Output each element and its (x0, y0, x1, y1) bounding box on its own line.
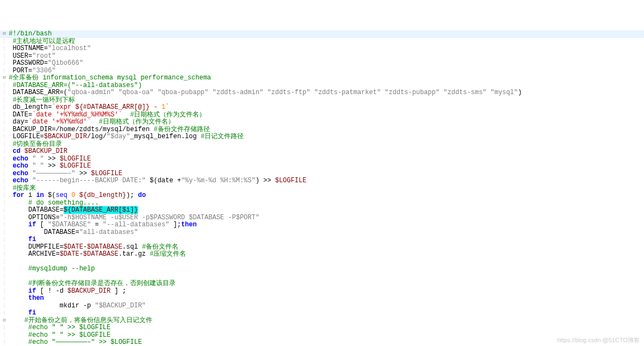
fold-gutter: │ (0, 38, 9, 46)
code-line[interactable]: │ #DATABASE_ARR=("--all-databases") (0, 82, 644, 90)
fold-gutter: │ (0, 214, 9, 222)
code-line[interactable]: │ LOGFILE=$BACKUP_DIR/log/"$day"_mysql_b… (0, 133, 644, 141)
fold-gutter: │ (0, 185, 9, 193)
code-content: DATE=`date '+%Y%m%d_%H%M%S'` #日期格式（作为文件名… (9, 111, 206, 119)
code-content (9, 258, 13, 265)
fold-gutter: │ (0, 207, 9, 214)
fold-gutter: │ (0, 53, 9, 60)
code-line[interactable]: │ #按库来 (0, 185, 644, 193)
code-line[interactable]: │ PASSWORD="Qibo666" (0, 60, 644, 67)
code-content: #全库备份 information_schema mysql performan… (9, 74, 211, 82)
code-content: #!/bin/bash (9, 30, 52, 38)
fold-gutter: │ (0, 236, 9, 244)
code-line[interactable]: │ DATABASE=${DATABASE_ARR[$i]} (0, 207, 644, 214)
code-line[interactable]: │ DATE=`date '+%Y%m%d_%H%M%S'` #日期格式（作为文… (0, 112, 644, 119)
code-content: LOGFILE=$BACKUP_DIR/log/"$day"_mysql_bei… (9, 133, 244, 140)
fold-gutter[interactable]: ⊟ (0, 317, 9, 325)
fold-gutter: │ (0, 258, 9, 266)
code-line[interactable]: │ echo " " >> $LOGFILE (0, 156, 644, 163)
fold-gutter: │ (0, 45, 9, 53)
code-line[interactable]: │ #长度减一循环到下标 (0, 97, 644, 104)
code-content: echo "————————–" >> $LOGFILE (9, 170, 122, 177)
code-content: if [ "$DATABASE" = "--all-databases" ];t… (9, 221, 197, 228)
fold-gutter: │ (0, 119, 9, 126)
code-line[interactable]: ⊟ #开始备份之前，将备份信息头写入日记文件 (0, 317, 644, 325)
code-line[interactable]: │ DUMPFILE=$DATE-$DATABASE.sql #备份文件名 (0, 244, 644, 251)
code-line[interactable]: │ mkdir -p "$BACKUP_DIR" (0, 302, 644, 310)
code-content: BACKUP_DIR=/home/zddts/mysql/beifen #备份文… (9, 126, 210, 133)
code-content: #echo "————————–" >> $LOGFILE (9, 338, 142, 346)
code-line[interactable]: │ for i in $(seq 0 ${db_length}); do (0, 192, 644, 200)
code-content: fi (9, 309, 36, 317)
fold-gutter: │ (0, 156, 9, 163)
fold-gutter[interactable]: ⊟ (0, 75, 9, 82)
code-content: #开始备份之前，将备份信息头写入日记文件 (9, 317, 152, 324)
code-line[interactable]: │ BACKUP_DIR=/home/zddts/mysql/beifen #备… (0, 126, 644, 134)
code-content: cd $BACKUP_DIR (9, 147, 67, 155)
code-line[interactable]: │ echo " " >> $LOGFILE (0, 163, 644, 170)
code-content: echo "------begin----BACKUP DATE:" $(dat… (9, 177, 306, 184)
code-content: fi (9, 236, 36, 243)
code-line[interactable]: │ day=`date '+%Y%m%d'` #日期格式（作为文件名） (0, 119, 644, 126)
code-line[interactable]: │ #mysqldump --help (0, 265, 644, 273)
fold-gutter: │ (0, 288, 9, 295)
code-content: day=`date '+%Y%m%d'` #日期格式（作为文件名） (9, 118, 175, 126)
code-line[interactable]: │ (0, 273, 644, 281)
code-content: USER="root" (9, 52, 55, 60)
code-line[interactable]: │ #echo " " >> $LOGFILE (0, 332, 644, 339)
fold-gutter: │ (0, 104, 9, 112)
fold-gutter: │ (0, 67, 9, 75)
code-content: for i in $(seq 0 ${db_length}); do (9, 191, 146, 199)
code-content: PORT="3306" (9, 67, 55, 75)
code-line[interactable]: │ ARCHIVE=$DATE-$DATABASE.tar.gz #压缩文件名 (0, 251, 644, 258)
code-line[interactable]: │ DATABASE="all-databases" (0, 229, 644, 237)
fold-gutter: │ (0, 112, 9, 119)
code-line[interactable]: │ if [ ! -d $BACKUP_DIR ] ; (0, 288, 644, 295)
code-line[interactable]: │ #echo " " >> $LOGFILE (0, 324, 644, 332)
code-content: #echo " " >> $LOGFILE (9, 331, 110, 339)
code-line[interactable]: │ db_length=`expr ${#DATABASE_ARR[@]} - … (0, 104, 644, 112)
code-line[interactable]: │ #切换至备份目录 (0, 141, 644, 149)
fold-gutter: │ (0, 170, 9, 178)
code-line[interactable]: │ USER="root" (0, 53, 644, 60)
fold-gutter: │ (0, 251, 9, 258)
code-line[interactable]: │ HOSTNAME="localhost" (0, 45, 644, 53)
fold-gutter[interactable]: ⊟ (0, 30, 9, 38)
code-content: #主机地址可以是远程 (9, 38, 75, 45)
code-line[interactable]: │ PORT="3306" (0, 67, 644, 75)
code-content: #判断备份文件存储目录是否存在，否则创建该目录 (9, 280, 176, 287)
code-line[interactable]: ⊟#!/bin/bash (0, 30, 644, 38)
code-line[interactable]: ⊟#全库备份 information_schema mysql performa… (0, 75, 644, 82)
code-line[interactable]: │ cd $BACKUP_DIR (0, 148, 644, 156)
fold-gutter: │ (0, 339, 9, 346)
code-line[interactable]: │ OPTIONS="-h$HOSTNAME -u$USER -p$PASSWO… (0, 214, 644, 222)
fold-gutter: │ (0, 280, 9, 288)
code-line[interactable]: │ fi (0, 310, 644, 317)
code-line[interactable]: │ if [ "$DATABASE" = "--all-databases" ]… (0, 221, 644, 229)
fold-gutter: │ (0, 200, 9, 207)
code-line[interactable]: │ # do something.... (0, 200, 644, 207)
fold-gutter: │ (0, 324, 9, 332)
code-line[interactable]: │ #判断备份文件存储目录是否存在，否则创建该目录 (0, 280, 644, 288)
code-content: #DATABASE_ARR=("--all-databases") (9, 82, 142, 89)
fold-gutter: │ (0, 229, 9, 237)
code-line[interactable]: │ DATABASE_ARR=("qboa-admin" "qboa-oa" "… (0, 89, 644, 97)
fold-gutter: │ (0, 148, 9, 156)
code-content: echo " " >> $LOGFILE (9, 162, 91, 170)
code-line[interactable]: │ echo "------begin----BACKUP DATE:" $(d… (0, 177, 644, 185)
code-line[interactable]: │ #主机地址可以是远程 (0, 38, 644, 46)
fold-gutter: │ (0, 126, 9, 134)
code-content: #长度减一循环到下标 (9, 96, 75, 104)
fold-gutter: │ (0, 177, 9, 185)
code-content: DATABASE=${DATABASE_ARR[$i]} (9, 206, 138, 214)
code-line[interactable]: │ (0, 258, 644, 266)
code-line[interactable]: │ echo "————————–" >> $LOGFILE (0, 170, 644, 178)
code-content: #按库来 (9, 184, 36, 192)
code-content: if [ ! -d $BACKUP_DIR ] ; (9, 287, 126, 295)
fold-gutter: │ (0, 192, 9, 200)
fold-gutter: │ (0, 221, 9, 229)
code-content: # do something.... (9, 199, 99, 207)
code-line[interactable]: │ then (0, 295, 644, 302)
code-line[interactable]: │ fi (0, 236, 644, 244)
code-line[interactable]: │ #echo "————————–" >> $LOGFILE (0, 339, 644, 346)
